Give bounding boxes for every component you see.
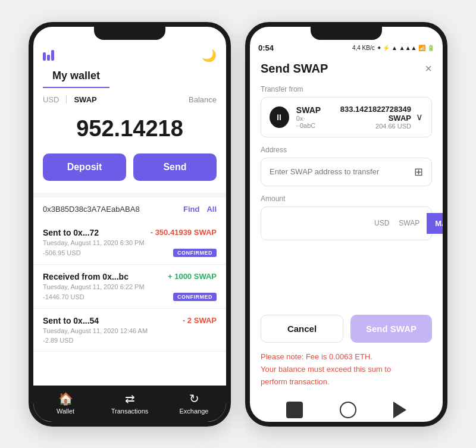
transaction-item: Received from 0x...bc + 1000 SWAP Tuesda… (33, 265, 226, 309)
fee-notice-text: Please note: Fee is 0.0063 ETH.Your bala… (261, 352, 391, 386)
logo-bars (43, 50, 54, 61)
tx-amount: - 350.41939 SWAP (151, 228, 217, 237)
close-button[interactable]: × (425, 62, 432, 74)
status-bar: 0:54 4,4 KB/c ✦ ⚡ ▲ ▲▲▲ 📶 🔋 (250, 42, 443, 54)
send-button[interactable]: Send (133, 153, 217, 181)
address-bar: 0x3B85D38c3A7AEabABA8 Find All (33, 198, 226, 221)
tx-date: Tuesday, August 11, 2020 12:46 AM (43, 327, 217, 334)
transaction-list: Sent to 0x...72 - 350.41939 SWAP Tuesday… (33, 221, 226, 386)
find-link[interactable]: Find (183, 205, 199, 214)
tx-date: Tuesday, August 11, 2020 6:30 PM (43, 239, 217, 246)
transaction-item: Sent to 0x...72 - 350.41939 SWAP Tuesday… (33, 221, 226, 265)
logo-bar-1 (43, 52, 46, 61)
tx-desc: Received from 0x...bc (43, 272, 129, 281)
moon-icon[interactable]: 🌙 (202, 48, 217, 62)
nav-item-exchange[interactable]: ↻ Exchange (162, 391, 226, 415)
amount-label: Amount (261, 195, 432, 203)
fee-notice: Please note: Fee is 0.0063 ETH.Your bala… (250, 351, 443, 396)
transfer-from-left: ⏸ SWAP 0x· ··0abC (270, 105, 324, 129)
modal-body: Transfer from ⏸ SWAP 0x· ··0abC 833.1421… (250, 82, 443, 307)
transfer-from-box[interactable]: ⏸ SWAP 0x· ··0abC 833.1421822728349 SWAP… (261, 97, 432, 137)
nav-label-transactions: Transactions (111, 408, 149, 415)
modal-title: Send SWAP (261, 62, 328, 76)
all-link[interactable]: All (206, 205, 217, 214)
tx-usd: -506.95 USD (43, 249, 81, 256)
status-icons: 4,4 KB/c ✦ ⚡ ▲ ▲▲▲ 📶 🔋 (352, 45, 434, 51)
deposit-button[interactable]: Deposit (43, 153, 126, 181)
transfer-from-right: 833.1421822728349 SWAP 204.66 USD (324, 105, 411, 130)
amount-usd-label: USD (369, 219, 394, 227)
modal-header: Send SWAP × (250, 54, 443, 82)
amount-swap-label: SWAP (394, 219, 424, 227)
transaction-item: Sent to 0x...54 - 2 SWAP Tuesday, August… (33, 309, 226, 352)
address-input-box: ⊞ (261, 158, 432, 186)
bottom-circle-icon (340, 402, 356, 418)
address-section: Address ⊞ (261, 146, 432, 186)
wallet-nav-icon: 🏠 (58, 391, 73, 406)
token-address: 0x· ··0abC (296, 115, 324, 129)
modal-actions: Cancel Send SWAP (250, 306, 443, 351)
app-logo (43, 50, 54, 61)
transfer-from-label: Transfer from (261, 85, 432, 93)
address-input[interactable] (270, 167, 414, 176)
cancel-button[interactable]: Cancel (261, 315, 343, 343)
currency-tabs: USD SWAP Balance (33, 88, 226, 106)
qr-icon[interactable]: ⊞ (414, 165, 423, 178)
phone-bottom-controls (250, 397, 443, 422)
amount-section: Amount USD SWAP MAX (261, 195, 432, 240)
balance-amount: 952.14218 (33, 106, 226, 153)
chevron-down-icon: ∨ (416, 111, 423, 123)
notch (94, 27, 165, 40)
token-icon: ⏸ (270, 106, 289, 128)
page-title: My wallet (43, 67, 109, 88)
header: 🌙 (33, 43, 226, 67)
tab-usd[interactable]: USD (43, 95, 59, 104)
currency-divider (66, 95, 67, 104)
wallet-address: 0x3B85D38c3A7AEabABA8 (43, 205, 176, 214)
left-phone: 🌙 My wallet USD SWAP Balance 952.14218 D… (29, 22, 231, 427)
tab-swap[interactable]: SWAP (74, 95, 96, 104)
nav-label-exchange: Exchange (180, 408, 209, 415)
token-name: SWAP (296, 105, 324, 115)
nav-label-wallet: Wallet (57, 408, 74, 415)
nav-item-wallet[interactable]: 🏠 Wallet (33, 391, 98, 415)
tx-usd: -1446.70 USD (43, 293, 84, 300)
right-phone: 0:54 4,4 KB/c ✦ ⚡ ▲ ▲▲▲ 📶 🔋 Send SWAP × … (245, 22, 447, 427)
balance-label: Balance (189, 95, 217, 104)
amount-input[interactable] (270, 219, 369, 228)
action-buttons: Deposit Send (33, 153, 226, 193)
logo-bar-3 (51, 50, 54, 61)
bottom-nav: 🏠 Wallet ⇄ Transactions ↻ Exchange (33, 386, 226, 422)
tx-usd: -2.89 USD (43, 337, 73, 344)
tx-amount: + 1000 SWAP (168, 272, 217, 281)
tx-desc: Sent to 0x...72 (43, 228, 99, 237)
notch-right (311, 27, 382, 40)
tx-desc: Sent to 0x...54 (43, 316, 99, 325)
address-label: Address (261, 146, 432, 154)
tx-badge: CONFIRMED (173, 293, 217, 301)
exchange-nav-icon: ↻ (189, 391, 199, 406)
token-amount: 833.1421822728349 SWAP (324, 105, 411, 123)
max-button[interactable]: MAX (427, 213, 443, 234)
logo-bar-2 (47, 55, 50, 61)
tx-amount: - 2 SWAP (183, 316, 217, 325)
tx-badge: CONFIRMED (173, 249, 217, 257)
tx-date: Tuesday, August 11, 2020 6:22 PM (43, 283, 217, 290)
send-swap-button[interactable]: Send SWAP (350, 315, 432, 343)
transfer-from-section: Transfer from ⏸ SWAP 0x· ··0abC 833.1421… (261, 85, 432, 137)
transactions-nav-icon: ⇄ (125, 391, 135, 406)
nav-item-transactions[interactable]: ⇄ Transactions (98, 391, 162, 415)
section-divider (33, 193, 226, 198)
bottom-back-icon (393, 402, 406, 418)
amount-box: USD SWAP MAX (261, 206, 432, 240)
token-usd: 204.66 USD (324, 123, 411, 130)
status-time: 0:54 (258, 43, 274, 52)
bottom-square-icon (286, 402, 303, 418)
